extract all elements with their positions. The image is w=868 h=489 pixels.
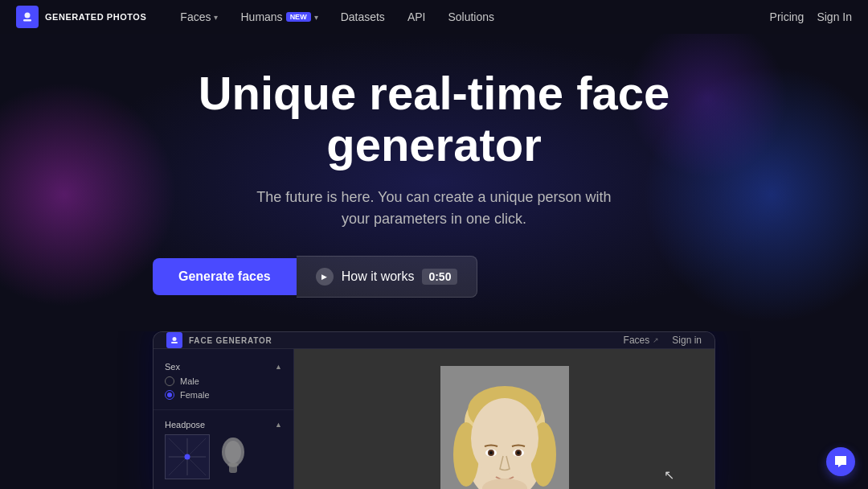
play-icon: ▶ <box>316 268 334 286</box>
hero-buttons: Generate faces ▶ How it works 0:50 <box>153 256 715 298</box>
hero-section: Unique real-time face generator The futu… <box>0 34 868 331</box>
app-sidebar: Sex ▲ Male Female <box>154 349 294 489</box>
sex-section-header: Sex ▲ <box>165 362 282 372</box>
headpose-chevron-icon: ▲ <box>275 421 282 429</box>
brand-name: GENERATED PHOTOS <box>45 12 146 22</box>
nav-datasets[interactable]: Datasets <box>331 7 395 27</box>
sex-section: Sex ▲ Male Female <box>154 357 293 405</box>
chevron-down-icon: ▾ <box>314 13 318 22</box>
pricing-link[interactable]: Pricing <box>770 10 805 23</box>
hero-content: Unique real-time face generator The futu… <box>153 68 715 298</box>
app-signin-link[interactable]: Sign in <box>672 335 702 346</box>
nav-links: Faces ▾ Humans New ▾ Datasets API Soluti… <box>170 7 769 27</box>
new-badge: New <box>286 12 311 22</box>
signin-link[interactable]: Sign In <box>817 10 852 23</box>
how-it-works-button[interactable]: ▶ How it works 0:50 <box>297 256 478 298</box>
sex-female-option[interactable]: Female <box>165 390 282 400</box>
app-preview-section: FACE GENERATOR Faces ↗ Sign in Sex ▲ <box>0 331 868 489</box>
generate-faces-button[interactable]: Generate faces <box>153 258 297 295</box>
face-preview <box>440 366 569 489</box>
nav-faces[interactable]: Faces ▾ <box>170 7 227 27</box>
svg-point-2 <box>173 337 177 341</box>
nav-solutions[interactable]: Solutions <box>438 7 504 27</box>
app-logo-area: FACE GENERATOR <box>166 332 272 348</box>
svg-point-9 <box>225 441 241 463</box>
head-3d-model <box>218 434 248 479</box>
app-title: FACE GENERATOR <box>189 336 272 345</box>
app-faces-link[interactable]: Faces ↗ <box>624 335 660 346</box>
app-window: FACE GENERATOR Faces ↗ Sign in Sex ▲ <box>153 331 715 489</box>
nav-humans[interactable]: Humans New ▾ <box>231 7 327 27</box>
svg-point-0 <box>25 13 31 18</box>
app-logo-icon <box>166 332 182 348</box>
app-titlebar: FACE GENERATOR Faces ↗ Sign in <box>154 332 714 349</box>
radio-female-circle <box>165 390 174 400</box>
headpose-dot <box>185 454 190 460</box>
chat-bubble-button[interactable] <box>826 447 855 476</box>
headpose-section-header: Headpose ▲ <box>165 420 282 429</box>
sex-radio-group: Male Female <box>165 376 282 400</box>
brand-logo[interactable]: GENERATED PHOTOS <box>16 6 146 28</box>
svg-rect-1 <box>23 19 31 22</box>
hero-subtitle: The future is here. You can create a uni… <box>241 187 627 230</box>
video-duration: 0:50 <box>422 269 457 285</box>
svg-point-20 <box>471 398 538 479</box>
headpose-map[interactable] <box>165 434 210 479</box>
cursor-indicator: ↖ <box>664 467 674 483</box>
sex-male-option[interactable]: Male <box>165 376 282 386</box>
external-link-icon: ↗ <box>653 336 659 344</box>
app-main-view: ↖ <box>294 349 714 489</box>
headpose-grid <box>165 434 282 479</box>
svg-point-25 <box>489 451 493 454</box>
sidebar-divider-1 <box>154 409 293 410</box>
how-it-works-label: How it works <box>342 269 415 284</box>
app-body: Sex ▲ Male Female <box>154 349 714 489</box>
nav-right: Pricing Sign In <box>770 10 852 23</box>
svg-rect-3 <box>171 342 178 343</box>
navbar: GENERATED PHOTOS Faces ▾ Humans New ▾ Da… <box>0 0 868 34</box>
nav-api[interactable]: API <box>398 7 436 27</box>
radio-male-circle <box>165 376 174 386</box>
hero-title: Unique real-time face generator <box>153 68 715 171</box>
headpose-section: Headpose ▲ <box>154 415 293 484</box>
app-nav-right: Faces ↗ Sign in <box>624 335 702 346</box>
chevron-down-icon: ▾ <box>214 13 218 22</box>
svg-point-11 <box>227 462 239 467</box>
svg-point-26 <box>517 451 520 454</box>
logo-icon <box>16 6 39 28</box>
sex-chevron-icon: ▲ <box>275 363 282 371</box>
